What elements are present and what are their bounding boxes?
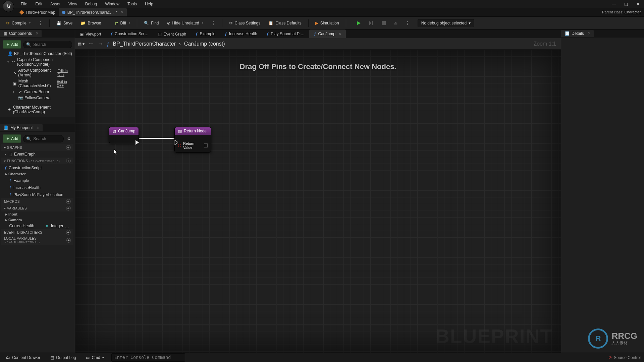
asset-tab-thirdpersonmap[interactable]: ThirdPersonMap xyxy=(17,8,59,16)
console-command-input[interactable] xyxy=(111,353,185,362)
section-functions[interactable]: ▾ FUNCTIONS(32 OVERRIDABLE)+ xyxy=(1,158,73,164)
components-search-input[interactable]: 🔍 Search xyxy=(23,41,72,48)
menu-help[interactable]: Help xyxy=(141,0,157,8)
tab-eventgraph[interactable]: ⬚Event Graph xyxy=(153,30,191,38)
close-icon[interactable]: × xyxy=(36,31,38,36)
component-followcamera[interactable]: 📷FollowCamera xyxy=(1,95,73,101)
hide-unrelated-options[interactable]: ⋮ xyxy=(208,19,219,27)
fn-constructionscript[interactable]: ƒConstructionScript xyxy=(1,164,73,171)
component-charmove[interactable]: ✦Character Movement (CharMoveComp) xyxy=(1,104,73,115)
plus-icon[interactable]: + xyxy=(66,238,71,243)
menu-tools[interactable]: Tools xyxy=(123,0,141,8)
compile-button[interactable]: ⚙ Compile▾ xyxy=(3,19,34,27)
close-icon[interactable]: × xyxy=(37,125,39,130)
var-cat-input[interactable]: ▸ Input xyxy=(1,212,73,217)
tab-viewport[interactable]: ▣Viewport xyxy=(75,30,106,38)
tab-canjump[interactable]: ƒCanJump× xyxy=(309,29,346,38)
eye-icon[interactable]: ‿ xyxy=(65,224,69,228)
content-drawer-button[interactable]: 🗂Content Drawer xyxy=(3,354,43,361)
section-macros[interactable]: MACROS+ xyxy=(1,198,73,205)
class-defaults-button[interactable]: 📋 Class Defaults xyxy=(265,19,305,27)
stop-button[interactable] xyxy=(378,19,389,27)
window-minimize-button[interactable]: — xyxy=(608,0,620,8)
menu-edit[interactable]: Edit xyxy=(31,0,46,8)
exec-in-pin[interactable] xyxy=(174,140,178,145)
section-localvars[interactable]: LOCAL VARIABLES (CANJUMPINTERNAL)+ xyxy=(1,236,73,245)
section-graphs[interactable]: ▾ GRAPHS+ xyxy=(1,144,73,151)
tab-increasehealth[interactable]: ƒIncrease Health xyxy=(220,29,262,38)
component-capsule[interactable]: ▾⬭Capsule Component (CollisionCylinder) xyxy=(1,57,73,67)
tab-constructionscript[interactable]: ƒConstruction Scr… xyxy=(106,29,153,38)
exec-out-pin[interactable] xyxy=(136,140,139,145)
hide-unrelated-button[interactable]: ⊘ Hide Unrelated▾ xyxy=(164,19,207,27)
fn-increasehealth[interactable]: ƒIncreaseHealth xyxy=(1,184,73,191)
output-log-button[interactable]: ▤Output Log xyxy=(48,354,78,361)
graph-canvas[interactable]: Drag Off Pins to Create/Connect New Node… xyxy=(75,50,561,353)
var-currenthealth[interactable]: CurrentHealth Integer ‿ xyxy=(1,223,73,229)
debug-object-selector[interactable]: No debug object selected ▾ xyxy=(418,19,474,27)
play-button[interactable] xyxy=(353,19,364,27)
close-icon[interactable]: × xyxy=(339,32,341,36)
breadcrumb-leaf[interactable]: CanJump (const) xyxy=(184,41,225,47)
var-cat-camera[interactable]: ▸ Camera xyxy=(1,217,73,223)
nav-forward-button[interactable]: → xyxy=(97,40,103,47)
component-cameraboom[interactable]: ▾↗CameraBoom xyxy=(1,89,73,95)
plus-icon[interactable]: + xyxy=(66,206,71,210)
menu-view[interactable]: View xyxy=(64,0,81,8)
parent-class-link[interactable]: Character xyxy=(625,10,641,14)
myblueprint-add-button[interactable]: ＋ Add xyxy=(3,134,21,143)
details-tab[interactable]: 🧾 Details × xyxy=(561,30,594,37)
nav-back-button[interactable]: ← xyxy=(88,40,94,47)
close-icon[interactable]: × xyxy=(121,10,123,15)
find-button[interactable]: 🔍 Find xyxy=(141,19,162,27)
edit-cpp-link[interactable]: Edit in C++ xyxy=(57,69,72,77)
menu-asset[interactable]: Asset xyxy=(46,0,64,8)
node-return[interactable]: ▧Return Node Return Value xyxy=(174,127,211,153)
plus-icon[interactable]: + xyxy=(66,159,71,163)
compile-options-button[interactable]: ⋮ xyxy=(35,19,46,27)
myblueprint-tab[interactable]: 📘 My Blueprint × xyxy=(0,124,43,131)
history-menu-button[interactable]: ▤ ▾ xyxy=(78,42,85,46)
gear-icon[interactable]: ⚙ xyxy=(66,136,72,141)
source-control-button[interactable]: ⊘Source Control xyxy=(608,355,641,360)
bool-checkbox[interactable] xyxy=(204,143,208,147)
cmd-dropdown[interactable]: ▭Cmd ▾ xyxy=(83,354,106,361)
simulation-button[interactable]: ▶ Simulation xyxy=(312,19,342,27)
return-value-pin[interactable]: Return Value xyxy=(178,141,208,149)
tab-playsound[interactable]: ƒPlay Sound at Pl… xyxy=(262,29,309,38)
browse-button[interactable]: 📁 Browse xyxy=(77,19,104,27)
eject-button[interactable]: ⏏ xyxy=(390,19,401,27)
fn-playsound[interactable]: ƒPlaySoundAtPlayerLocation xyxy=(1,191,73,198)
menu-window[interactable]: Window xyxy=(101,0,123,8)
fn-example[interactable]: ƒExample xyxy=(1,177,73,184)
window-close-button[interactable]: ✕ xyxy=(632,0,644,8)
step-button[interactable] xyxy=(366,19,377,27)
class-settings-button[interactable]: ⚙ Class Settings xyxy=(226,19,264,27)
exec-wire[interactable] xyxy=(137,138,177,139)
section-eventdispatchers[interactable]: EVENT DISPATCHERS+ xyxy=(1,229,73,236)
menu-file[interactable]: File xyxy=(17,0,31,8)
node-canjump-entry[interactable]: ▧CanJump xyxy=(109,127,139,143)
graph-item-eventgraph[interactable]: ▸⬚EventGraph xyxy=(1,151,73,158)
breadcrumb-root[interactable]: BP_ThirdPersonCharacter xyxy=(113,41,176,47)
component-root[interactable]: 👤BP_ThirdPersonCharacter (Self) xyxy=(1,51,73,57)
fn-category-character[interactable]: ▸ Character xyxy=(1,171,73,177)
myblueprint-search-input[interactable]: 🔍Search xyxy=(23,135,64,142)
edit-cpp-link[interactable]: Edit in C++ xyxy=(57,79,72,87)
save-button[interactable]: 💾 Save xyxy=(53,19,76,27)
diff-button[interactable]: ⇄ Diff▾ xyxy=(111,19,133,27)
play-options-button[interactable]: ⋮ xyxy=(402,19,413,27)
plus-icon[interactable]: + xyxy=(66,199,71,204)
close-icon[interactable]: × xyxy=(588,31,590,36)
menu-debug[interactable]: Debug xyxy=(81,0,101,8)
section-variables[interactable]: ▾ VARIABLES+ xyxy=(1,205,73,212)
component-mesh[interactable]: ▣Mesh (CharacterMesh0)Edit in C++ xyxy=(1,78,73,89)
tab-example[interactable]: ƒExample xyxy=(191,29,220,38)
window-maximize-button[interactable]: ▢ xyxy=(620,0,632,8)
components-tab[interactable]: ▦ Components × xyxy=(0,30,42,37)
plus-icon[interactable]: + xyxy=(66,230,71,235)
component-arrow[interactable]: ↘Arrow Component (Arrow)Edit in C++ xyxy=(1,67,73,78)
plus-icon[interactable]: + xyxy=(66,145,71,150)
components-add-button[interactable]: ＋ Add xyxy=(3,40,21,49)
asset-tab-bp-thirdpersoncharacter[interactable]: BP_ThirdPersonCharac… * × xyxy=(59,8,127,16)
